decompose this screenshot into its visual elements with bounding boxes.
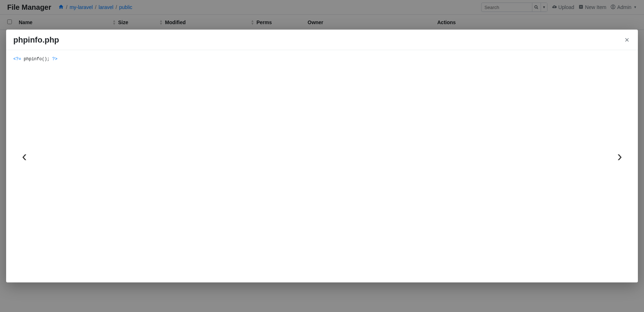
chevron-left-icon: ‹ [22,148,27,164]
prev-file-button[interactable]: ‹ [19,146,30,166]
file-viewer-modal: phpinfo.php × <?= phpinfo(); ?> ‹ › [6,30,638,282]
chevron-right-icon: › [617,148,622,164]
next-file-button[interactable]: › [614,146,625,166]
code-close-tag: ?> [52,57,57,62]
code-body: phpinfo(); [21,57,52,62]
modal-title: phpinfo.php [13,35,59,45]
close-icon: × [625,35,629,44]
file-content: <?= phpinfo(); ?> [13,57,631,62]
code-open-tag: <?= [13,57,21,62]
modal-header: phpinfo.php × [6,30,638,50]
close-button[interactable]: × [623,36,631,44]
modal-body: <?= phpinfo(); ?> [6,50,638,282]
